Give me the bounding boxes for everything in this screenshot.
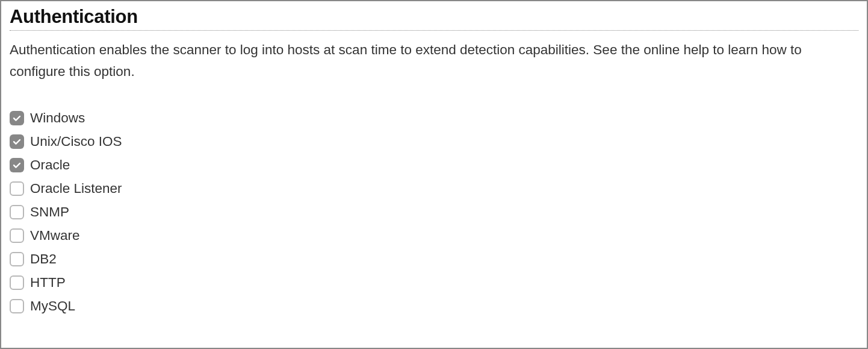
auth-option-label[interactable]: Oracle Listener xyxy=(30,181,122,197)
auth-option-label[interactable]: DB2 xyxy=(30,251,57,267)
checkmark-icon xyxy=(12,160,22,170)
auth-option-oracle-listener[interactable]: Oracle Listener xyxy=(10,181,858,197)
auth-option-label[interactable]: HTTP xyxy=(30,275,66,291)
auth-option-unix-cisco-ios[interactable]: Unix/Cisco IOS xyxy=(10,134,858,149)
auth-option-snmp[interactable]: SNMP xyxy=(10,204,858,220)
checkmark-icon xyxy=(12,137,22,146)
checkmark-icon xyxy=(12,113,22,123)
auth-option-vmware[interactable]: VMware xyxy=(10,228,858,244)
checkbox-http[interactable] xyxy=(10,275,24,290)
auth-option-label[interactable]: MySQL xyxy=(30,298,75,314)
checkbox-snmp[interactable] xyxy=(10,205,24,219)
checkbox-oracle-listener[interactable] xyxy=(10,181,24,196)
auth-option-label[interactable]: Oracle xyxy=(30,157,70,173)
auth-option-label[interactable]: VMware xyxy=(30,228,80,244)
checkbox-oracle[interactable] xyxy=(10,158,24,172)
auth-option-label[interactable]: Unix/Cisco IOS xyxy=(30,134,122,149)
checkbox-db2[interactable] xyxy=(10,252,24,266)
checkbox-vmware[interactable] xyxy=(10,228,24,243)
auth-option-db2[interactable]: DB2 xyxy=(10,251,858,267)
section-description: Authentication enables the scanner to lo… xyxy=(10,39,858,83)
auth-options-list: Windows Unix/Cisco IOS Oracle Oracle Lis… xyxy=(10,110,858,314)
checkbox-windows[interactable] xyxy=(10,111,24,125)
section-title: Authentication xyxy=(10,6,858,28)
auth-option-oracle[interactable]: Oracle xyxy=(10,157,858,173)
checkbox-mysql[interactable] xyxy=(10,299,24,313)
checkbox-unix-cisco-ios[interactable] xyxy=(10,134,24,149)
section-divider xyxy=(10,30,858,31)
authentication-panel: Authentication Authentication enables th… xyxy=(0,0,868,349)
auth-option-label[interactable]: Windows xyxy=(30,110,85,126)
auth-option-mysql[interactable]: MySQL xyxy=(10,298,858,314)
auth-option-http[interactable]: HTTP xyxy=(10,275,858,291)
auth-option-label[interactable]: SNMP xyxy=(30,204,69,220)
auth-option-windows[interactable]: Windows xyxy=(10,110,858,126)
